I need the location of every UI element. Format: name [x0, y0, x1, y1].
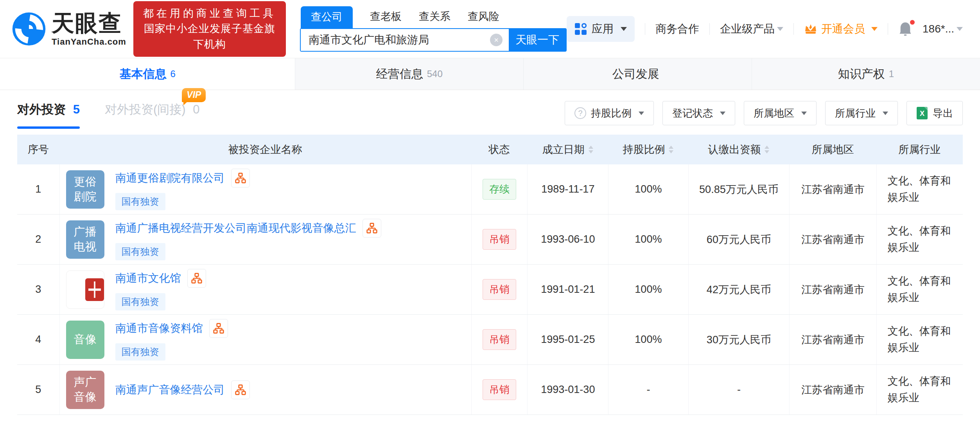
sort-icon[interactable] [669, 146, 673, 153]
search-box: × 天眼一下 [300, 28, 567, 52]
search-tab-relation[interactable]: 查关系 [419, 9, 451, 28]
chevron-down-icon [871, 27, 878, 31]
top-nav: 应用 商务合作 企业级产品 开通会员 [567, 16, 963, 42]
equity-structure-button[interactable] [231, 380, 250, 399]
filter-registration-status[interactable]: 登记状态 [662, 101, 735, 125]
tab-count: 1 [889, 68, 894, 79]
promo-line1: 都在用的商业查询工具 [140, 6, 280, 21]
company-avatar: 更俗剧院 [66, 170, 104, 209]
row-index: 4 [17, 315, 59, 364]
column-header: 所属地区 [789, 142, 876, 157]
org-chart-icon [191, 273, 202, 284]
sort-icon[interactable] [765, 146, 769, 153]
tab-indirect-investment[interactable]: 对外投资(间接) 0 VIP [105, 101, 200, 129]
company-link[interactable]: 南通广播电视经营开发公司南通现代影视音像总汇 [115, 221, 356, 236]
search-tabs: 查公司 查老板 查关系 查风险 [300, 6, 567, 28]
region-cell: 江苏省南通市 [789, 365, 876, 415]
status-badge: 吊销 [483, 229, 516, 250]
status-badge: 吊销 [483, 329, 516, 350]
excel-icon: X [916, 106, 928, 120]
status-badge: 吊销 [483, 379, 516, 400]
org-chart-icon [213, 323, 224, 334]
company-cell: 更俗剧院 南通更俗剧院有限公司 国有独资 [59, 164, 471, 214]
chevron-down-icon [621, 27, 627, 31]
industry-cell: 文化、体育和娱乐业 [876, 315, 963, 364]
tab-basic-info[interactable]: 基本信息 6 [0, 58, 295, 90]
ratio-cell: 100% [608, 265, 688, 314]
search-tab-company[interactable]: 查公司 [301, 6, 353, 28]
company-avatar: 声广音像 [66, 371, 104, 409]
svg-text:X: X [920, 110, 924, 117]
tab-company-development[interactable]: 公司发展 [523, 58, 752, 90]
company-link[interactable]: 南通声广音像经营公司 [115, 382, 225, 397]
tab-business-info[interactable]: 经营信息 540 [295, 58, 523, 90]
logo-domain: TianYanCha.com [52, 38, 126, 46]
column-header[interactable]: 持股比例 [608, 142, 688, 157]
status-cell: 吊销 [471, 365, 528, 415]
divider [709, 23, 710, 35]
company-link[interactable]: 南通更俗剧院有限公司 [115, 171, 225, 186]
apps-menu[interactable]: 应用 [567, 16, 635, 42]
company-link[interactable]: 南通市音像资料馆 [115, 321, 203, 336]
chevron-down-icon [720, 112, 725, 115]
amount-cell: 60万元人民币 [688, 214, 790, 264]
company-link[interactable]: 南通市文化馆 [115, 271, 181, 286]
table-row: 1 更俗剧院 南通更俗剧院有限公司 [17, 164, 963, 214]
top-header: 天眼查 TianYanCha.com 都在用的商业查询工具 国家中小企业发展子基… [0, 0, 980, 58]
row-index: 1 [17, 164, 59, 214]
column-header[interactable]: 认缴出资额 [688, 142, 790, 157]
equity-structure-button[interactable] [231, 169, 250, 187]
crown-icon [804, 23, 817, 35]
company-cell: 声广音像 南通声广音像经营公司 [59, 365, 471, 415]
search-tab-risk[interactable]: 查风险 [468, 9, 499, 28]
row-index: 5 [17, 365, 59, 415]
industry-cell: 文化、体育和娱乐业 [876, 164, 963, 214]
company-cell: 广播电视 南通广播电视经营开发公司南通现代影视音像总汇 国有独 [59, 214, 471, 264]
org-chart-icon [366, 223, 377, 234]
table-row: 3 南通市文化馆 [17, 265, 963, 315]
notifications-bell[interactable] [898, 22, 912, 36]
chevron-down-icon [639, 112, 644, 115]
tab-outbound-investment[interactable]: 对外投资 5 [17, 101, 80, 129]
investment-table: 序号被投资企业名称状态成立日期持股比例认缴出资额所属地区所属行业 1 更俗剧院 … [17, 135, 963, 415]
nav-cooperation[interactable]: 商务合作 [655, 22, 699, 36]
search-tab-boss[interactable]: 查老板 [370, 9, 402, 28]
tianyancha-logo-icon [12, 12, 46, 46]
chevron-down-icon [801, 112, 807, 115]
sort-icon[interactable] [589, 146, 593, 153]
soe-tag: 国有独资 [115, 343, 165, 361]
org-chart-icon [235, 173, 246, 184]
nav-enterprise[interactable]: 企业级产品 [720, 22, 783, 36]
filter-shareholding-ratio[interactable]: ? 持股比例 [565, 101, 654, 125]
tianyancha-logo[interactable]: 天眼查 TianYanCha.com [12, 12, 126, 46]
tab-count: 0 [193, 103, 199, 116]
company-cell: 音像 南通市音像资料馆 国有独资 [59, 315, 471, 364]
status-badge: 吊销 [483, 279, 516, 300]
nav-open-vip[interactable]: 开通会员 [804, 22, 878, 36]
divider [888, 23, 888, 35]
column-header[interactable]: 成立日期 [527, 142, 608, 157]
company-section-tabs: 基本信息 6 经营信息 540 公司发展 知识产权 1 [0, 58, 980, 90]
tab-count: 6 [170, 68, 175, 79]
export-button[interactable]: X 导出 [906, 101, 963, 125]
company-avatar [66, 270, 104, 309]
tab-intellectual-property[interactable]: 知识产权 1 [752, 58, 980, 90]
table-row: 2 广播电视 南通广播电视经营开发公司南通现代影视音像总汇 [17, 214, 963, 265]
establish-date-cell: 1991-01-21 [527, 265, 608, 314]
company-avatar: 音像 [66, 321, 104, 359]
search-button[interactable]: 天眼一下 [509, 29, 566, 51]
status-badge: 存续 [483, 179, 516, 200]
establish-date-cell: 1993-01-30 [527, 365, 608, 415]
equity-structure-button[interactable] [363, 219, 381, 238]
equity-structure-button[interactable] [209, 319, 228, 338]
equity-structure-button[interactable] [187, 269, 206, 288]
table-body: 1 更俗剧院 南通更俗剧院有限公司 [17, 164, 963, 415]
app-grid-icon [574, 23, 587, 35]
filter-region[interactable]: 所属地区 [744, 101, 817, 125]
clear-icon[interactable]: × [490, 34, 503, 46]
search-input[interactable] [301, 29, 490, 51]
divider [645, 23, 645, 35]
chevron-down-icon [777, 27, 783, 31]
filter-industry[interactable]: 所属行业 [825, 101, 898, 125]
user-phone[interactable]: 186*... [923, 23, 963, 35]
